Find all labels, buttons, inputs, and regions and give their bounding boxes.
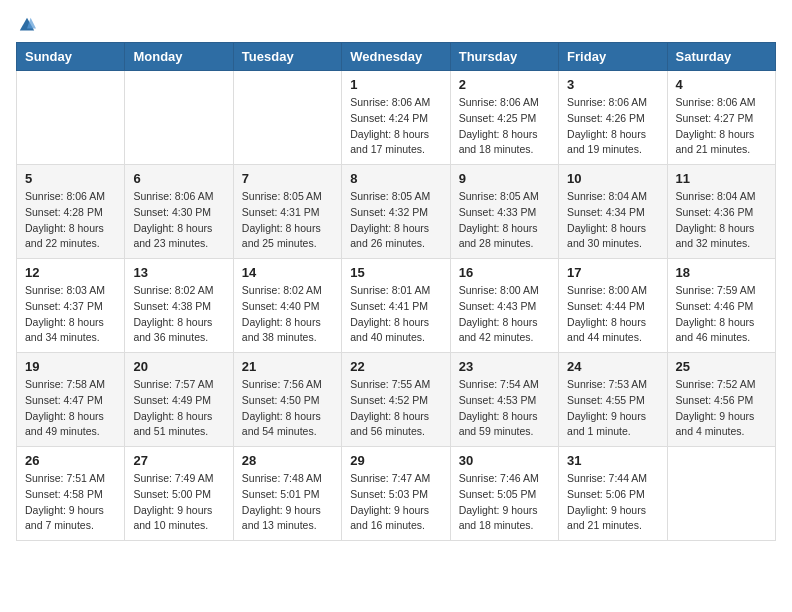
day-number: 21 <box>242 359 333 374</box>
calendar-day-18: 18Sunrise: 7:59 AM Sunset: 4:46 PM Dayli… <box>667 259 775 353</box>
calendar-day-21: 21Sunrise: 7:56 AM Sunset: 4:50 PM Dayli… <box>233 353 341 447</box>
day-info: Sunrise: 8:06 AM Sunset: 4:24 PM Dayligh… <box>350 95 441 158</box>
calendar-day-23: 23Sunrise: 7:54 AM Sunset: 4:53 PM Dayli… <box>450 353 558 447</box>
day-info: Sunrise: 7:47 AM Sunset: 5:03 PM Dayligh… <box>350 471 441 534</box>
day-number: 14 <box>242 265 333 280</box>
calendar-week-row: 5Sunrise: 8:06 AM Sunset: 4:28 PM Daylig… <box>17 165 776 259</box>
day-number: 11 <box>676 171 767 186</box>
day-info: Sunrise: 7:46 AM Sunset: 5:05 PM Dayligh… <box>459 471 550 534</box>
calendar-day-1: 1Sunrise: 8:06 AM Sunset: 4:24 PM Daylig… <box>342 71 450 165</box>
day-header-saturday: Saturday <box>667 43 775 71</box>
calendar-empty-cell <box>17 71 125 165</box>
calendar-day-27: 27Sunrise: 7:49 AM Sunset: 5:00 PM Dayli… <box>125 447 233 541</box>
calendar-day-2: 2Sunrise: 8:06 AM Sunset: 4:25 PM Daylig… <box>450 71 558 165</box>
day-info: Sunrise: 7:55 AM Sunset: 4:52 PM Dayligh… <box>350 377 441 440</box>
calendar-day-31: 31Sunrise: 7:44 AM Sunset: 5:06 PM Dayli… <box>559 447 667 541</box>
calendar-week-row: 12Sunrise: 8:03 AM Sunset: 4:37 PM Dayli… <box>17 259 776 353</box>
day-info: Sunrise: 8:06 AM Sunset: 4:25 PM Dayligh… <box>459 95 550 158</box>
day-header-monday: Monday <box>125 43 233 71</box>
day-info: Sunrise: 8:01 AM Sunset: 4:41 PM Dayligh… <box>350 283 441 346</box>
logo <box>16 16 36 34</box>
day-number: 29 <box>350 453 441 468</box>
day-info: Sunrise: 8:06 AM Sunset: 4:26 PM Dayligh… <box>567 95 658 158</box>
day-number: 16 <box>459 265 550 280</box>
day-info: Sunrise: 8:06 AM Sunset: 4:28 PM Dayligh… <box>25 189 116 252</box>
day-info: Sunrise: 7:59 AM Sunset: 4:46 PM Dayligh… <box>676 283 767 346</box>
calendar-header-row: SundayMondayTuesdayWednesdayThursdayFrid… <box>17 43 776 71</box>
day-number: 22 <box>350 359 441 374</box>
calendar-day-26: 26Sunrise: 7:51 AM Sunset: 4:58 PM Dayli… <box>17 447 125 541</box>
calendar-day-8: 8Sunrise: 8:05 AM Sunset: 4:32 PM Daylig… <box>342 165 450 259</box>
day-number: 2 <box>459 77 550 92</box>
day-number: 1 <box>350 77 441 92</box>
calendar-table: SundayMondayTuesdayWednesdayThursdayFrid… <box>16 42 776 541</box>
calendar-day-3: 3Sunrise: 8:06 AM Sunset: 4:26 PM Daylig… <box>559 71 667 165</box>
day-number: 20 <box>133 359 224 374</box>
day-number: 26 <box>25 453 116 468</box>
calendar-day-25: 25Sunrise: 7:52 AM Sunset: 4:56 PM Dayli… <box>667 353 775 447</box>
calendar-day-17: 17Sunrise: 8:00 AM Sunset: 4:44 PM Dayli… <box>559 259 667 353</box>
day-info: Sunrise: 8:02 AM Sunset: 4:40 PM Dayligh… <box>242 283 333 346</box>
calendar-day-16: 16Sunrise: 8:00 AM Sunset: 4:43 PM Dayli… <box>450 259 558 353</box>
day-number: 8 <box>350 171 441 186</box>
day-number: 30 <box>459 453 550 468</box>
calendar-day-12: 12Sunrise: 8:03 AM Sunset: 4:37 PM Dayli… <box>17 259 125 353</box>
day-info: Sunrise: 7:52 AM Sunset: 4:56 PM Dayligh… <box>676 377 767 440</box>
calendar-day-29: 29Sunrise: 7:47 AM Sunset: 5:03 PM Dayli… <box>342 447 450 541</box>
day-info: Sunrise: 7:44 AM Sunset: 5:06 PM Dayligh… <box>567 471 658 534</box>
day-number: 19 <box>25 359 116 374</box>
day-number: 24 <box>567 359 658 374</box>
calendar-day-24: 24Sunrise: 7:53 AM Sunset: 4:55 PM Dayli… <box>559 353 667 447</box>
day-number: 25 <box>676 359 767 374</box>
day-number: 5 <box>25 171 116 186</box>
day-info: Sunrise: 7:48 AM Sunset: 5:01 PM Dayligh… <box>242 471 333 534</box>
calendar-day-30: 30Sunrise: 7:46 AM Sunset: 5:05 PM Dayli… <box>450 447 558 541</box>
calendar-day-6: 6Sunrise: 8:06 AM Sunset: 4:30 PM Daylig… <box>125 165 233 259</box>
calendar-day-5: 5Sunrise: 8:06 AM Sunset: 4:28 PM Daylig… <box>17 165 125 259</box>
day-info: Sunrise: 8:00 AM Sunset: 4:44 PM Dayligh… <box>567 283 658 346</box>
calendar-day-15: 15Sunrise: 8:01 AM Sunset: 4:41 PM Dayli… <box>342 259 450 353</box>
calendar-day-11: 11Sunrise: 8:04 AM Sunset: 4:36 PM Dayli… <box>667 165 775 259</box>
day-info: Sunrise: 7:58 AM Sunset: 4:47 PM Dayligh… <box>25 377 116 440</box>
day-number: 3 <box>567 77 658 92</box>
calendar-day-19: 19Sunrise: 7:58 AM Sunset: 4:47 PM Dayli… <box>17 353 125 447</box>
calendar-week-row: 1Sunrise: 8:06 AM Sunset: 4:24 PM Daylig… <box>17 71 776 165</box>
day-number: 4 <box>676 77 767 92</box>
day-number: 23 <box>459 359 550 374</box>
day-number: 31 <box>567 453 658 468</box>
day-number: 28 <box>242 453 333 468</box>
calendar-empty-cell <box>233 71 341 165</box>
calendar-day-22: 22Sunrise: 7:55 AM Sunset: 4:52 PM Dayli… <box>342 353 450 447</box>
logo-icon <box>18 16 36 34</box>
calendar-day-10: 10Sunrise: 8:04 AM Sunset: 4:34 PM Dayli… <box>559 165 667 259</box>
day-number: 9 <box>459 171 550 186</box>
day-number: 10 <box>567 171 658 186</box>
calendar-day-9: 9Sunrise: 8:05 AM Sunset: 4:33 PM Daylig… <box>450 165 558 259</box>
calendar-empty-cell <box>125 71 233 165</box>
day-number: 27 <box>133 453 224 468</box>
calendar-day-14: 14Sunrise: 8:02 AM Sunset: 4:40 PM Dayli… <box>233 259 341 353</box>
day-header-thursday: Thursday <box>450 43 558 71</box>
day-info: Sunrise: 7:54 AM Sunset: 4:53 PM Dayligh… <box>459 377 550 440</box>
day-number: 18 <box>676 265 767 280</box>
day-info: Sunrise: 8:04 AM Sunset: 4:36 PM Dayligh… <box>676 189 767 252</box>
day-number: 15 <box>350 265 441 280</box>
day-info: Sunrise: 8:02 AM Sunset: 4:38 PM Dayligh… <box>133 283 224 346</box>
calendar-week-row: 26Sunrise: 7:51 AM Sunset: 4:58 PM Dayli… <box>17 447 776 541</box>
day-number: 13 <box>133 265 224 280</box>
day-info: Sunrise: 8:05 AM Sunset: 4:31 PM Dayligh… <box>242 189 333 252</box>
day-header-friday: Friday <box>559 43 667 71</box>
day-number: 17 <box>567 265 658 280</box>
calendar-day-13: 13Sunrise: 8:02 AM Sunset: 4:38 PM Dayli… <box>125 259 233 353</box>
day-info: Sunrise: 8:03 AM Sunset: 4:37 PM Dayligh… <box>25 283 116 346</box>
day-info: Sunrise: 7:56 AM Sunset: 4:50 PM Dayligh… <box>242 377 333 440</box>
day-info: Sunrise: 8:06 AM Sunset: 4:27 PM Dayligh… <box>676 95 767 158</box>
day-info: Sunrise: 8:04 AM Sunset: 4:34 PM Dayligh… <box>567 189 658 252</box>
calendar-day-7: 7Sunrise: 8:05 AM Sunset: 4:31 PM Daylig… <box>233 165 341 259</box>
page-header <box>16 16 776 34</box>
day-info: Sunrise: 8:06 AM Sunset: 4:30 PM Dayligh… <box>133 189 224 252</box>
calendar-empty-cell <box>667 447 775 541</box>
calendar-day-20: 20Sunrise: 7:57 AM Sunset: 4:49 PM Dayli… <box>125 353 233 447</box>
day-info: Sunrise: 7:49 AM Sunset: 5:00 PM Dayligh… <box>133 471 224 534</box>
day-info: Sunrise: 8:00 AM Sunset: 4:43 PM Dayligh… <box>459 283 550 346</box>
